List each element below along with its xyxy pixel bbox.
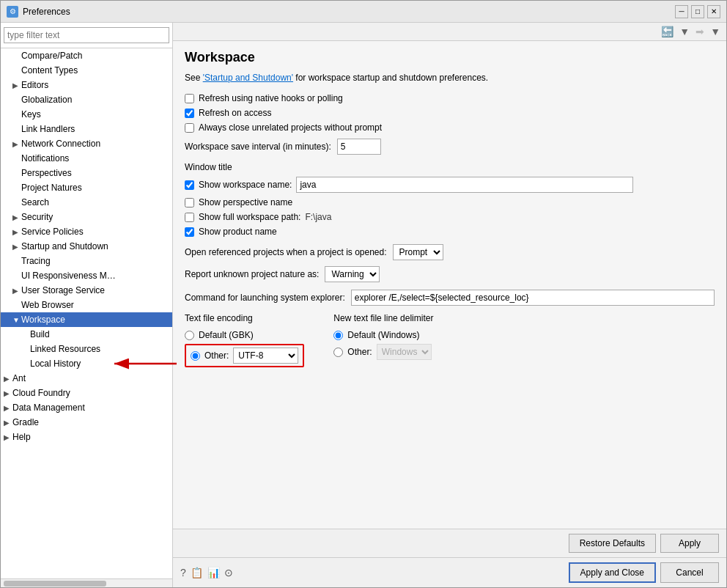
- sidebar-item-notifications[interactable]: Notifications: [1, 151, 172, 166]
- show-product-name-checkbox[interactable]: [185, 227, 194, 237]
- expand-arrow-icon: ▶: [4, 433, 12, 441]
- sidebar-item-user-storage-service[interactable]: ▶ User Storage Service: [1, 283, 172, 298]
- sidebar-item-label: Gradle: [12, 417, 169, 427]
- encoding-other-select[interactable]: UTF-8 UTF-16 ISO-8859-1 US-ASCII: [233, 348, 298, 364]
- sidebar-item-label: UI Responsiveness M…: [21, 271, 169, 281]
- sidebar-item-build[interactable]: Build: [1, 327, 172, 342]
- expand-arrow-icon: ▶: [4, 389, 12, 397]
- sidebar-item-cloud-foundry[interactable]: ▶ Cloud Foundry: [1, 386, 172, 400]
- back-dropdown-button[interactable]: ▼: [678, 24, 691, 39]
- sidebar-item-label: Linked Resources: [30, 344, 169, 354]
- encoding-other-radio[interactable]: [191, 351, 200, 361]
- encoding-default-radio[interactable]: [185, 331, 194, 340]
- save-interval-input[interactable]: [337, 139, 381, 155]
- forward-dropdown-button[interactable]: ▼: [709, 24, 722, 39]
- cancel-button[interactable]: Cancel: [660, 562, 719, 583]
- info-line: See 'Startup and Shutdown' for workspace…: [185, 73, 715, 83]
- workspace-name-input[interactable]: [296, 177, 633, 193]
- close-button[interactable]: ✕: [707, 5, 720, 18]
- encoding-other-label: Other:: [204, 350, 229, 361]
- title-bar: ⚙ Preferences ─ □ ✕: [1, 1, 726, 23]
- sidebar-item-label: Keys: [21, 109, 169, 120]
- sidebar-item-gradle[interactable]: ▶ Gradle: [1, 415, 172, 430]
- sidebar-item-compare-patch[interactable]: Compare/Patch: [1, 48, 172, 63]
- open-referenced-select[interactable]: Prompt Always Never: [393, 244, 443, 260]
- sidebar-item-ui-responsiveness[interactable]: UI Responsiveness M…: [1, 268, 172, 283]
- forward-button[interactable]: ➡: [694, 24, 706, 39]
- command-explorer-label: Command for launching system explorer:: [185, 293, 345, 303]
- sidebar-item-project-natures[interactable]: Project Natures: [1, 180, 172, 195]
- sidebar-item-workspace[interactable]: ▼ Workspace: [1, 312, 172, 327]
- expand-arrow-icon: ▶: [12, 228, 21, 236]
- delimiter-other-radio[interactable]: [333, 348, 343, 357]
- sidebar-item-ant[interactable]: ▶ Ant: [1, 371, 172, 386]
- show-perspective-name-label: Show perspective name: [199, 197, 292, 207]
- sidebar-item-network-connection[interactable]: ▶ Network Connection: [1, 136, 172, 151]
- sidebar-item-data-management[interactable]: ▶ Data Management: [1, 400, 172, 415]
- sidebar-item-startup-shutdown[interactable]: ▶ Startup and Shutdown: [1, 239, 172, 254]
- minimize-button[interactable]: ─: [675, 5, 688, 18]
- sidebar-item-link-handlers[interactable]: Link Handlers: [1, 122, 172, 136]
- startup-shutdown-link[interactable]: 'Startup and Shutdown': [203, 73, 293, 83]
- apply-and-close-button[interactable]: Apply and Close: [569, 562, 656, 583]
- sidebar-item-web-browser[interactable]: Web Browser: [1, 298, 172, 312]
- bottom-action-row: ? 📋 📊 ⊙ Apply and Close Cancel: [173, 557, 726, 587]
- sidebar-item-label: Editors: [21, 80, 169, 90]
- sidebar-item-tracing[interactable]: Tracing: [1, 254, 172, 268]
- sidebar-item-label: Link Handlers: [21, 124, 169, 134]
- page-title: Workspace: [185, 50, 715, 65]
- show-perspective-name-checkbox[interactable]: [185, 198, 194, 207]
- sidebar-item-label: Project Natures: [21, 183, 169, 193]
- show-product-name-row: Show product name: [185, 227, 715, 237]
- sidebar-item-label: Notifications: [21, 153, 169, 163]
- encoding-other-highlight: Other: UTF-8 UTF-16 ISO-8859-1 US-ASCII: [185, 344, 304, 367]
- command-explorer-input[interactable]: [351, 290, 715, 306]
- back-button[interactable]: 🔙: [660, 24, 675, 39]
- show-full-path-checkbox[interactable]: [185, 213, 194, 222]
- tree-area[interactable]: Compare/Patch Content Types ▶ Editors Gl…: [1, 48, 172, 578]
- sidebar-item-perspectives[interactable]: Perspectives: [1, 166, 172, 180]
- show-workspace-name-checkbox[interactable]: [185, 180, 194, 190]
- sidebar-item-content-types[interactable]: Content Types: [1, 63, 172, 78]
- delimiter-default-radio[interactable]: [333, 331, 343, 340]
- sidebar-item-label: Perspectives: [21, 168, 169, 178]
- sidebar-item-local-history[interactable]: Local History: [1, 356, 172, 371]
- sidebar-item-service-policies[interactable]: ▶ Service Policies: [1, 224, 172, 239]
- filter-input[interactable]: [4, 27, 169, 43]
- sidebar-item-editors[interactable]: ▶ Editors: [1, 78, 172, 92]
- sidebar-item-search[interactable]: Search: [1, 195, 172, 210]
- delimiter-other-select[interactable]: Windows Unix Mac: [377, 344, 432, 360]
- circle-icon[interactable]: ⊙: [224, 567, 233, 578]
- restore-defaults-button[interactable]: Restore Defaults: [569, 534, 656, 553]
- sidebar-item-label: Data Management: [12, 403, 169, 413]
- delimiter-default-row: Default (Windows): [333, 330, 433, 340]
- sidebar-item-security[interactable]: ▶ Security: [1, 210, 172, 224]
- show-perspective-name-row: Show perspective name: [185, 197, 715, 207]
- sidebar-item-help[interactable]: ▶ Help: [1, 430, 172, 444]
- sidebar-horizontal-scrollbar[interactable]: [1, 578, 172, 587]
- refresh-on-access-label: Refresh on access: [199, 108, 271, 118]
- refresh-on-access-checkbox[interactable]: [185, 109, 194, 118]
- report-unknown-row: Report unknown project nature as: Warnin…: [185, 266, 715, 282]
- sidebar-item-globalization[interactable]: Globalization: [1, 92, 172, 107]
- native-hooks-row: Refresh using native hooks or polling: [185, 93, 715, 103]
- open-referenced-row: Open referenced projects when a project …: [185, 244, 715, 260]
- report-unknown-select[interactable]: Warning Error Ignore: [325, 266, 380, 282]
- apply-button[interactable]: Apply: [660, 534, 719, 553]
- sidebar-item-keys[interactable]: Keys: [1, 107, 172, 122]
- collapse-arrow-icon: ▼: [12, 316, 21, 324]
- filter-wrap: [1, 23, 172, 48]
- native-hooks-checkbox[interactable]: [185, 94, 194, 103]
- sidebar-item-label: Security: [21, 212, 169, 222]
- help-icon[interactable]: ?: [180, 567, 186, 578]
- close-projects-checkbox[interactable]: [185, 123, 194, 133]
- expand-arrow-icon: ▶: [12, 243, 21, 251]
- sidebar-item-label: User Storage Service: [21, 285, 169, 295]
- export-icon[interactable]: 📋: [191, 567, 203, 578]
- maximize-button[interactable]: □: [691, 5, 704, 18]
- show-workspace-name-label: Show workspace name:: [199, 180, 292, 190]
- import-icon[interactable]: 📊: [207, 567, 220, 578]
- sidebar-item-linked-resources[interactable]: Linked Resources: [1, 342, 172, 356]
- window-title-section: Window title Show workspace name: Show p…: [185, 162, 715, 237]
- window-controls: ─ □ ✕: [675, 5, 720, 18]
